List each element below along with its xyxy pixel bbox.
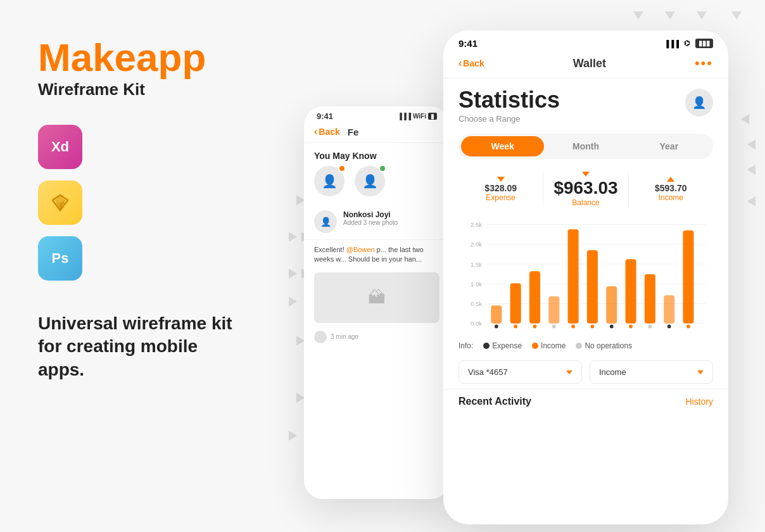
stat-income: $593.70 Income — [629, 177, 713, 202]
bar-3 — [529, 271, 540, 323]
wifi-icon-1: WiFi — [413, 113, 426, 120]
deco-arrow-top-3 — [697, 11, 707, 20]
battery-icon-1: ▮ — [428, 113, 437, 120]
history-link[interactable]: History — [685, 396, 713, 407]
status-bar-1: 9:41 ▐▐▐ WiFi ▮ — [304, 106, 450, 124]
y-label-1000: 1.0k — [471, 281, 482, 288]
feed-subtitle: Added 3 new photo — [343, 219, 439, 226]
balance-label: Balance — [543, 198, 628, 207]
time-1: 9:41 — [317, 111, 333, 121]
deco-arrow-top-4 — [731, 11, 742, 20]
dot-11 — [686, 325, 690, 329]
income-dropdown[interactable]: Income — [590, 360, 713, 384]
dot-5 — [571, 325, 575, 329]
chart-legend: Info: Expense Income No operations — [443, 336, 728, 355]
person-icon-2: 👤 — [362, 174, 378, 189]
wallet-back-button[interactable]: ‹ Back — [458, 58, 484, 69]
legend-expense: Expense — [483, 341, 522, 350]
signal-icon-2: ▐▐▐ — [664, 40, 679, 48]
tab-week[interactable]: Week — [461, 136, 544, 156]
avatar-2: 👤 — [355, 166, 385, 196]
tagline: Universal wireframe kit for creating mob… — [38, 312, 241, 381]
feed-avatar-1: 👤 — [314, 210, 337, 233]
info-prefix: Info: — [458, 341, 473, 350]
deco-arrow-right-1 — [741, 114, 749, 124]
stats-row: $328.09 Expense $963.03 Balance $593.70 … — [443, 167, 728, 212]
y-label-500: 0.5k — [471, 300, 482, 307]
income-dot — [532, 343, 538, 349]
wallet-time: 9:41 — [458, 38, 477, 49]
bar-9 — [645, 274, 655, 324]
y-label-2500: 2.5k — [471, 221, 482, 228]
image-placeholder-icon: 🏔 — [368, 287, 386, 308]
avatars-row: 👤 👤 — [304, 166, 450, 204]
bar-8 — [626, 259, 636, 323]
back-button-1[interactable]: ‹ Back — [314, 126, 340, 137]
status-icons: ▐▐▐ ⌬ ▮▮▮ — [664, 39, 713, 48]
dot-9 — [648, 325, 652, 329]
legend-no-ops-label: No operations — [585, 341, 632, 350]
app-icons-list: Xd Ps — [38, 125, 266, 281]
expense-dot — [483, 343, 490, 349]
chevron-left-icon-1: ‹ — [314, 126, 317, 137]
legend-expense-label: Expense — [492, 341, 522, 350]
deco-arrow-top-1 — [633, 11, 643, 20]
visa-dropdown[interactable]: Visa *4657 — [458, 360, 582, 384]
tab-month[interactable]: Month — [544, 136, 627, 156]
brand-subtitle: Wireframe Kit — [38, 80, 266, 99]
ps-icon: Ps — [38, 236, 82, 281]
deco-arrow-right-2 — [747, 139, 756, 149]
bar-10 — [664, 295, 674, 324]
income-label: Income — [629, 193, 713, 202]
choose-range: Choose a Range — [458, 114, 560, 124]
person-icon-1: 👤 — [322, 174, 338, 189]
stat-expense: $328.09 Expense — [458, 177, 543, 202]
legend-no-ops: No operations — [576, 341, 632, 350]
recent-activity-title: Recent Activity — [458, 396, 531, 407]
deco-arrow-4 — [289, 269, 297, 279]
balance-amount: $963.03 — [543, 178, 628, 198]
avatar-1: 👤 — [314, 166, 345, 196]
visa-dropdown-label: Visa *4657 — [468, 367, 508, 377]
bar-6 — [587, 250, 598, 324]
recent-activity-header: Recent Activity History — [443, 389, 728, 411]
battery-icon-2: ▮▮▮ — [695, 39, 713, 48]
range-tabs: Week Month Year — [458, 134, 713, 159]
dot-7 — [610, 325, 614, 329]
y-label-1500: 1.5k — [471, 261, 482, 268]
more-dots[interactable]: ••• — [695, 55, 713, 72]
wallet-title-area: Statistics Choose a Range — [458, 89, 560, 124]
bar-5 — [568, 229, 579, 324]
income-amount: $593.70 — [629, 183, 713, 193]
feed-item-1: 👤 Nonkosi Joyi Added 3 new photo — [304, 204, 450, 240]
tab-year[interactable]: Year — [628, 136, 711, 156]
brand-title: Makeapp — [38, 38, 266, 77]
feed-image: 🏔 — [314, 272, 439, 323]
nav-title-1: Fe — [348, 127, 359, 137]
mention-text: @Bowen — [346, 246, 375, 253]
feed-footer: 3 min ago — [304, 326, 450, 348]
chevron-left-icon-2: ‹ — [458, 58, 462, 69]
nav-bar-1: ‹ Back Fe — [304, 124, 450, 143]
bar-1 — [491, 305, 502, 323]
stat-balance: $963.03 Balance — [543, 172, 628, 207]
wallet-status-bar: 9:41 ▐▐▐ ⌬ ▮▮▮ — [443, 30, 728, 53]
bar-11 — [683, 231, 693, 324]
phone-social: 9:41 ▐▐▐ WiFi ▮ ‹ Back Fe You May Know 👤… — [304, 106, 450, 499]
deco-arrow-9 — [289, 431, 297, 441]
bar-2 — [510, 283, 521, 323]
expense-label: Expense — [458, 193, 543, 202]
user-avatar: 👤 — [685, 89, 713, 117]
no-ops-dot — [576, 343, 582, 349]
deco-arrow-top-2 — [665, 11, 675, 20]
legend-income: Income — [532, 341, 566, 350]
user-avatar-icon: 👤 — [692, 96, 706, 110]
visa-dropdown-arrow-icon — [566, 370, 572, 374]
chart-area: 2.5k 2.0k 1.5k 1.0k 0.5k 0.0k — [443, 212, 728, 336]
back-label-1: Back — [319, 127, 339, 137]
wallet-header: Statistics Choose a Range 👤 — [443, 79, 728, 126]
deco-arrow-2 — [289, 232, 297, 242]
expense-arrow-icon — [497, 177, 505, 182]
dot-1 — [495, 325, 498, 329]
xd-icon: Xd — [38, 125, 82, 169]
